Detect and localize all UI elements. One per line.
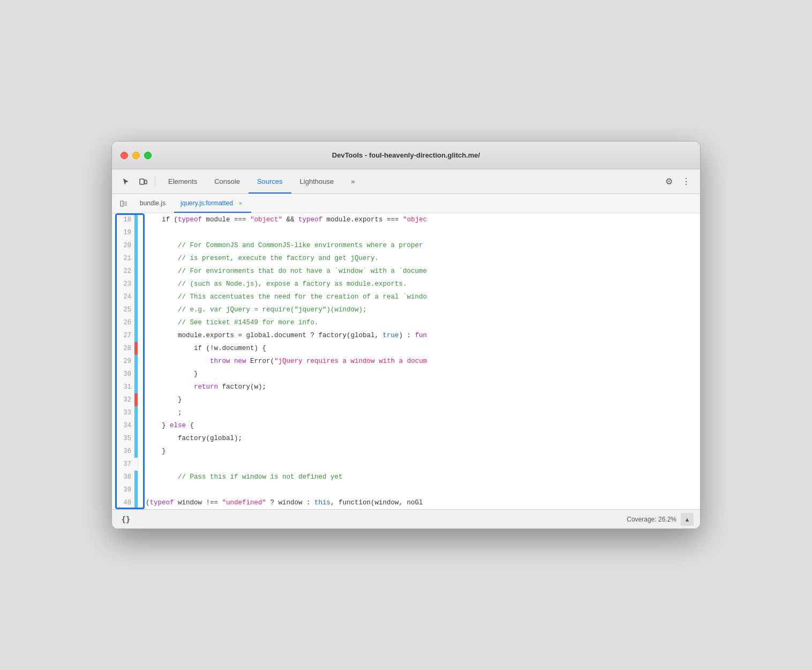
line-number: 34 (112, 422, 134, 429)
maximize-button[interactable] (144, 152, 152, 159)
coverage-block (134, 483, 138, 496)
bottom-bar-right: Coverage: 26.2% ▲ (627, 513, 694, 526)
coverage-block (134, 252, 138, 265)
gutter-row: 38 (112, 471, 138, 483)
code-content: if (typeof module === "object" && typeof… (138, 213, 700, 509)
code-line: module.exports = global.document ? facto… (146, 329, 700, 342)
line-number: 24 (112, 293, 134, 301)
code-line: // See ticket #14549 for more info. (146, 316, 700, 329)
line-number: 27 (112, 332, 134, 339)
traffic-lights (121, 152, 152, 159)
minimize-button[interactable] (132, 152, 140, 159)
gutter-row: 25 (112, 303, 138, 316)
file-panel-toggle[interactable] (116, 194, 131, 213)
window-title: DevTools - foul-heavenly-direction.glitc… (332, 151, 480, 159)
toolbar-right: ⚙ ⋮ (661, 174, 694, 189)
format-button[interactable]: {} (118, 512, 133, 527)
gutter-row: 31 (112, 381, 138, 393)
gutter-row: 33 (112, 406, 138, 419)
coverage-block (134, 316, 138, 329)
coverage-block (134, 355, 138, 368)
line-number: 37 (112, 460, 134, 468)
settings-icon[interactable]: ⚙ (661, 174, 676, 189)
line-number: 20 (112, 242, 134, 249)
line-number: 28 (112, 345, 134, 352)
gutter-row: 27 (112, 329, 138, 342)
code-line: if (typeof module === "object" && typeof… (146, 213, 700, 226)
coverage-block (134, 381, 138, 393)
tab-elements[interactable]: Elements (160, 169, 206, 193)
coverage-block (134, 265, 138, 278)
line-number: 25 (112, 306, 134, 314)
gutter-row: 26 (112, 316, 138, 329)
line-number: 36 (112, 448, 134, 455)
coverage-block (134, 213, 138, 226)
code-line: } (146, 445, 700, 458)
cursor-icon[interactable] (118, 174, 133, 189)
coverage-block (134, 226, 138, 239)
gutter-row: 40 (112, 496, 138, 509)
gutter-row: 39 (112, 483, 138, 496)
file-tab-jquery[interactable]: jquery.js:formatted × (174, 194, 251, 213)
coverage-block (134, 432, 138, 445)
code-line: // e.g. var jQuery = require("jquery")(w… (146, 303, 700, 316)
line-number: 35 (112, 435, 134, 442)
close-button[interactable] (121, 152, 128, 159)
tab-more[interactable]: » (342, 169, 363, 193)
svg-rect-0 (140, 179, 144, 184)
coverage-block (134, 239, 138, 252)
coverage-block (134, 342, 138, 355)
gutter-row: 32 (112, 393, 138, 406)
gutter-row: 23 (112, 278, 138, 291)
gutter-row: 22 (112, 265, 138, 278)
svg-rect-1 (145, 180, 147, 184)
code-line: } else { (146, 419, 700, 432)
coverage-block (134, 291, 138, 303)
line-number: 31 (112, 383, 134, 391)
close-tab-icon[interactable]: × (236, 199, 245, 207)
tab-lighthouse[interactable]: Lighthouse (291, 169, 343, 193)
device-icon[interactable] (136, 174, 151, 189)
code-line: // is present, execute the factory and g… (146, 252, 700, 265)
line-number: 29 (112, 358, 134, 365)
coverage-block (134, 278, 138, 291)
line-number: 39 (112, 486, 134, 494)
gutter-row: 29 (112, 355, 138, 368)
more-options-icon[interactable]: ⋮ (679, 174, 694, 189)
line-number: 26 (112, 319, 134, 326)
bottom-bar: {} Coverage: 26.2% ▲ (112, 509, 700, 528)
line-number: 32 (112, 396, 134, 404)
gutter-row: 35 (112, 432, 138, 445)
code-line: // For environments that do not have a `… (146, 265, 700, 278)
devtools-window: DevTools - foul-heavenly-direction.glitc… (111, 141, 701, 529)
devtools-toolbar: Elements Console Sources Lighthouse » ⚙ … (112, 169, 700, 194)
line-gutter: 1819202122232425262728293031323334353637… (112, 213, 138, 509)
code-line: (typeof window !== "undefined" ? window … (146, 496, 700, 509)
line-number: 40 (112, 499, 134, 507)
tab-console[interactable]: Console (206, 169, 249, 193)
coverage-block (134, 368, 138, 381)
code-line: // Pass this if window is not defined ye… (146, 471, 700, 483)
tab-sources[interactable]: Sources (249, 169, 291, 193)
gutter-row: 34 (112, 419, 138, 432)
scroll-up-button[interactable]: ▲ (681, 513, 694, 526)
code-line: // This accentuates the need for the cre… (146, 291, 700, 303)
code-line (146, 483, 700, 496)
gutter-row: 37 (112, 458, 138, 471)
gutter-row: 18 (112, 213, 138, 226)
file-tab-bundle[interactable]: bundle.js (133, 194, 172, 213)
line-number: 23 (112, 280, 134, 288)
coverage-block (134, 393, 138, 406)
gutter-row: 28 (112, 342, 138, 355)
file-tabs: bundle.js jquery.js:formatted × (112, 194, 700, 213)
code-line: return factory(w); (146, 381, 700, 393)
toolbar-divider (155, 176, 155, 187)
coverage-block (134, 303, 138, 316)
code-editor: 1819202122232425262728293031323334353637… (112, 213, 700, 509)
code-line: ; (146, 406, 700, 419)
code-line: // For CommonJS and CommonJS-like enviro… (146, 239, 700, 252)
line-number: 18 (112, 216, 134, 224)
code-line (146, 458, 700, 471)
line-number: 30 (112, 370, 134, 378)
coverage-label: Coverage: 26.2% (627, 516, 676, 523)
